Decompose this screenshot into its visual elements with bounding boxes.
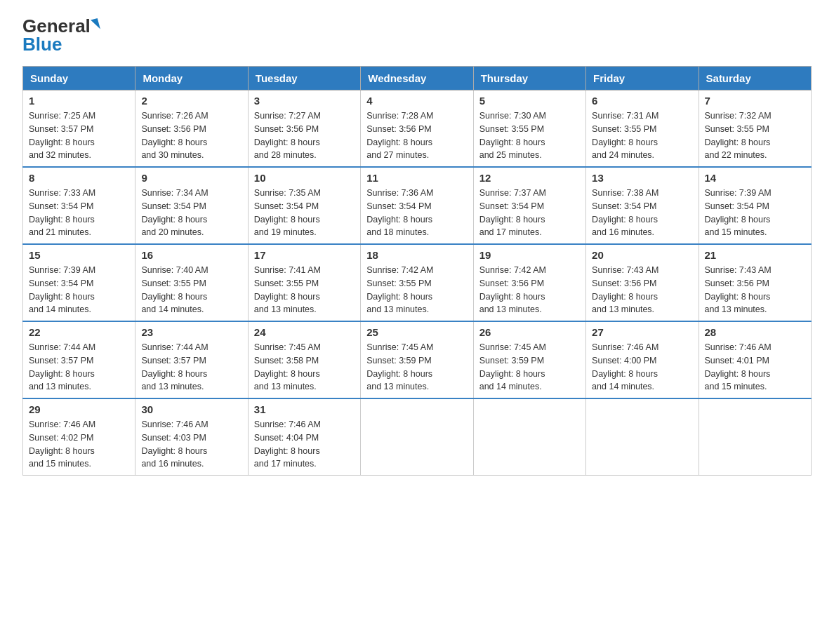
- calendar-week-row: 29 Sunrise: 7:46 AMSunset: 4:02 PMDaylig…: [23, 398, 812, 476]
- page-header: General Blue: [22, 17, 812, 53]
- day-number: 21: [705, 249, 805, 261]
- day-info: Sunrise: 7:45 AMSunset: 3:58 PMDaylight:…: [254, 341, 355, 394]
- calendar-cell: 13 Sunrise: 7:38 AMSunset: 3:54 PMDaylig…: [586, 167, 699, 244]
- day-number: 6: [592, 95, 692, 107]
- day-info: Sunrise: 7:45 AMSunset: 3:59 PMDaylight:…: [479, 341, 580, 394]
- calendar-cell: 19 Sunrise: 7:42 AMSunset: 3:56 PMDaylig…: [473, 244, 585, 321]
- day-info: Sunrise: 7:32 AMSunset: 3:55 PMDaylight:…: [705, 109, 805, 162]
- calendar-cell: [361, 398, 473, 476]
- day-info: Sunrise: 7:30 AMSunset: 3:55 PMDaylight:…: [479, 109, 580, 162]
- day-info: Sunrise: 7:46 AMSunset: 4:02 PMDaylight:…: [29, 418, 129, 471]
- calendar-cell: 3 Sunrise: 7:27 AMSunset: 3:56 PMDayligh…: [248, 90, 360, 168]
- day-info: Sunrise: 7:33 AMSunset: 3:54 PMDaylight:…: [29, 187, 129, 239]
- calendar-cell: 31 Sunrise: 7:46 AMSunset: 4:04 PMDaylig…: [248, 398, 360, 476]
- weekday-header-thursday: Thursday: [473, 67, 585, 90]
- day-info: Sunrise: 7:28 AMSunset: 3:56 PMDaylight:…: [366, 109, 467, 162]
- day-info: Sunrise: 7:46 AMSunset: 4:03 PMDaylight:…: [141, 418, 241, 471]
- day-info: Sunrise: 7:42 AMSunset: 3:55 PMDaylight:…: [366, 264, 467, 316]
- day-number: 11: [366, 172, 467, 184]
- calendar-week-row: 22 Sunrise: 7:44 AMSunset: 3:57 PMDaylig…: [23, 321, 812, 398]
- calendar-cell: 8 Sunrise: 7:33 AMSunset: 3:54 PMDayligh…: [23, 167, 135, 244]
- day-info: Sunrise: 7:26 AMSunset: 3:56 PMDaylight:…: [141, 109, 241, 162]
- calendar-cell: 14 Sunrise: 7:39 AMSunset: 3:54 PMDaylig…: [699, 167, 811, 244]
- calendar-cell: 17 Sunrise: 7:41 AMSunset: 3:55 PMDaylig…: [248, 244, 360, 321]
- day-number: 7: [705, 95, 805, 107]
- calendar-week-row: 15 Sunrise: 7:39 AMSunset: 3:54 PMDaylig…: [23, 244, 812, 321]
- day-info: Sunrise: 7:39 AMSunset: 3:54 PMDaylight:…: [29, 264, 129, 316]
- day-number: 24: [254, 326, 355, 338]
- day-number: 19: [479, 249, 580, 261]
- day-info: Sunrise: 7:27 AMSunset: 3:56 PMDaylight:…: [254, 109, 355, 162]
- calendar-cell: [473, 398, 585, 476]
- day-number: 23: [141, 326, 241, 338]
- day-info: Sunrise: 7:36 AMSunset: 3:54 PMDaylight:…: [366, 187, 467, 239]
- calendar-header-row: SundayMondayTuesdayWednesdayThursdayFrid…: [23, 67, 812, 90]
- day-number: 16: [141, 249, 241, 261]
- logo-blue-text: Blue: [22, 35, 62, 53]
- day-number: 26: [479, 326, 580, 338]
- calendar-table: SundayMondayTuesdayWednesdayThursdayFrid…: [22, 66, 812, 476]
- day-info: Sunrise: 7:35 AMSunset: 3:54 PMDaylight:…: [254, 187, 355, 239]
- day-info: Sunrise: 7:44 AMSunset: 3:57 PMDaylight:…: [141, 341, 241, 394]
- day-number: 31: [254, 403, 355, 415]
- calendar-cell: 28 Sunrise: 7:46 AMSunset: 4:01 PMDaylig…: [699, 321, 811, 398]
- calendar-cell: [699, 398, 811, 476]
- calendar-cell: 12 Sunrise: 7:37 AMSunset: 3:54 PMDaylig…: [473, 167, 585, 244]
- day-info: Sunrise: 7:31 AMSunset: 3:55 PMDaylight:…: [592, 109, 692, 162]
- day-number: 4: [366, 95, 467, 107]
- calendar-week-row: 8 Sunrise: 7:33 AMSunset: 3:54 PMDayligh…: [23, 167, 812, 244]
- weekday-header-friday: Friday: [586, 67, 699, 90]
- calendar-cell: 5 Sunrise: 7:30 AMSunset: 3:55 PMDayligh…: [473, 90, 585, 168]
- day-info: Sunrise: 7:46 AMSunset: 4:04 PMDaylight:…: [254, 418, 355, 471]
- calendar-cell: 29 Sunrise: 7:46 AMSunset: 4:02 PMDaylig…: [23, 398, 135, 476]
- calendar-cell: 4 Sunrise: 7:28 AMSunset: 3:56 PMDayligh…: [361, 90, 473, 168]
- calendar-cell: 1 Sunrise: 7:25 AMSunset: 3:57 PMDayligh…: [23, 90, 135, 168]
- day-number: 2: [141, 95, 241, 107]
- day-number: 25: [366, 326, 467, 338]
- day-info: Sunrise: 7:46 AMSunset: 4:00 PMDaylight:…: [592, 341, 692, 394]
- calendar-cell: 15 Sunrise: 7:39 AMSunset: 3:54 PMDaylig…: [23, 244, 135, 321]
- day-number: 15: [29, 249, 129, 261]
- day-number: 20: [592, 249, 692, 261]
- day-number: 12: [479, 172, 580, 184]
- calendar-cell: 6 Sunrise: 7:31 AMSunset: 3:55 PMDayligh…: [586, 90, 699, 168]
- day-number: 28: [705, 326, 805, 338]
- day-number: 9: [141, 172, 241, 184]
- weekday-header-sunday: Sunday: [23, 67, 135, 90]
- logo: General Blue: [22, 17, 99, 53]
- day-number: 3: [254, 95, 355, 107]
- day-number: 5: [479, 95, 580, 107]
- calendar-cell: 20 Sunrise: 7:43 AMSunset: 3:56 PMDaylig…: [586, 244, 699, 321]
- day-number: 1: [29, 95, 129, 107]
- day-info: Sunrise: 7:41 AMSunset: 3:55 PMDaylight:…: [254, 264, 355, 316]
- calendar-cell: 11 Sunrise: 7:36 AMSunset: 3:54 PMDaylig…: [361, 167, 473, 244]
- calendar-cell: 22 Sunrise: 7:44 AMSunset: 3:57 PMDaylig…: [23, 321, 135, 398]
- calendar-cell: 27 Sunrise: 7:46 AMSunset: 4:00 PMDaylig…: [586, 321, 699, 398]
- calendar-cell: 2 Sunrise: 7:26 AMSunset: 3:56 PMDayligh…: [135, 90, 248, 168]
- day-info: Sunrise: 7:46 AMSunset: 4:01 PMDaylight:…: [705, 341, 805, 394]
- day-number: 13: [592, 172, 692, 184]
- day-number: 14: [705, 172, 805, 184]
- day-number: 29: [29, 403, 129, 415]
- day-info: Sunrise: 7:44 AMSunset: 3:57 PMDaylight:…: [29, 341, 129, 394]
- day-info: Sunrise: 7:42 AMSunset: 3:56 PMDaylight:…: [479, 264, 580, 316]
- weekday-header-wednesday: Wednesday: [361, 67, 473, 90]
- calendar-cell: 21 Sunrise: 7:43 AMSunset: 3:56 PMDaylig…: [699, 244, 811, 321]
- calendar-cell: 25 Sunrise: 7:45 AMSunset: 3:59 PMDaylig…: [361, 321, 473, 398]
- day-info: Sunrise: 7:45 AMSunset: 3:59 PMDaylight:…: [366, 341, 467, 394]
- day-info: Sunrise: 7:25 AMSunset: 3:57 PMDaylight:…: [29, 109, 129, 162]
- day-info: Sunrise: 7:43 AMSunset: 3:56 PMDaylight:…: [705, 264, 805, 316]
- day-number: 8: [29, 172, 129, 184]
- day-number: 27: [592, 326, 692, 338]
- calendar-cell: 18 Sunrise: 7:42 AMSunset: 3:55 PMDaylig…: [361, 244, 473, 321]
- day-info: Sunrise: 7:40 AMSunset: 3:55 PMDaylight:…: [141, 264, 241, 316]
- calendar-cell: 9 Sunrise: 7:34 AMSunset: 3:54 PMDayligh…: [135, 167, 248, 244]
- weekday-header-monday: Monday: [135, 67, 248, 90]
- day-number: 18: [366, 249, 467, 261]
- calendar-cell: 30 Sunrise: 7:46 AMSunset: 4:03 PMDaylig…: [135, 398, 248, 476]
- calendar-cell: [586, 398, 699, 476]
- day-number: 10: [254, 172, 355, 184]
- day-number: 30: [141, 403, 241, 415]
- calendar-cell: 10 Sunrise: 7:35 AMSunset: 3:54 PMDaylig…: [248, 167, 360, 244]
- day-info: Sunrise: 7:43 AMSunset: 3:56 PMDaylight:…: [592, 264, 692, 316]
